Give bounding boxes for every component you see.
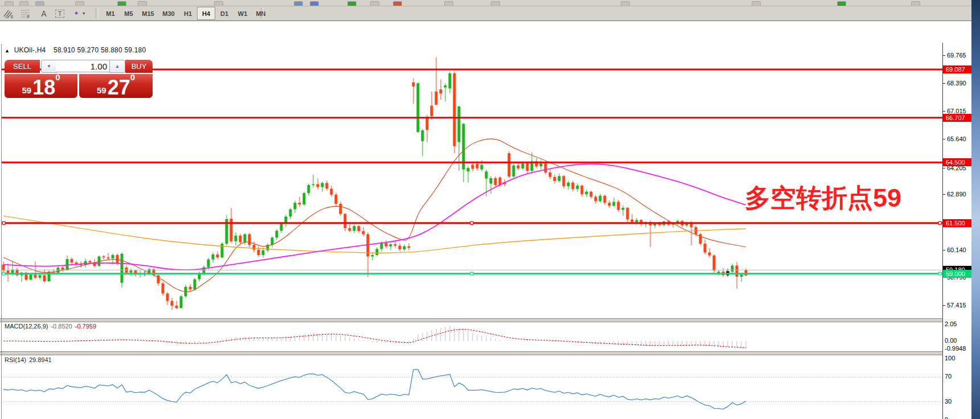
buy-price-small: 59 xyxy=(97,86,106,96)
toolbar-icon-fragment[interactable] xyxy=(621,1,630,6)
annotation-text[interactable]: 多空转折点59 xyxy=(745,181,901,215)
price-tick-label: 57.415 xyxy=(947,302,966,309)
draw-lines-tool-icon[interactable]: E xyxy=(2,7,18,20)
timeframe-button-d1[interactable]: D1 xyxy=(215,7,233,20)
toolbar: E F A T ✦ ▼ M1M5M15M30H1H4D1W1MN xyxy=(0,6,971,21)
price-tick-label: 60.140 xyxy=(947,247,966,253)
toolbar-icon-fragment[interactable] xyxy=(370,1,379,6)
timeframe-button-h4[interactable]: H4 xyxy=(197,7,215,20)
price-tick-label: 68.390 xyxy=(947,80,966,87)
text-tool-icon[interactable]: A xyxy=(36,7,51,20)
price-line-badge: 61.500 xyxy=(943,219,973,227)
sell-price-display[interactable]: 59 18 0 xyxy=(5,74,77,98)
price-line-badge: 59.000 xyxy=(943,270,973,278)
price-tick-label: 62.890 xyxy=(947,191,966,198)
buy-price-sup: 0 xyxy=(130,73,135,81)
chart-window: ▲ UKOil-,H4 58.910 59.270 58.880 59.180 … xyxy=(0,20,971,419)
volume-input[interactable] xyxy=(56,60,110,72)
desktop-wallpaper-edge xyxy=(971,0,980,419)
timeframe-button-m30[interactable]: M30 xyxy=(158,7,179,20)
rsi-scale-label: 0 xyxy=(945,416,948,419)
dropdown-arrow-icon: ▼ xyxy=(82,11,86,15)
macd-value: -0.8520 xyxy=(51,323,72,330)
arrows-tool-icon[interactable]: ✦ ▼ xyxy=(69,7,90,20)
toolbar-icon-fragment[interactable] xyxy=(214,1,223,6)
price-tick-label: 65.640 xyxy=(947,135,966,142)
price-tick-label: 69.765 xyxy=(947,52,966,59)
toolbar-icon-fragment[interactable] xyxy=(294,1,303,6)
price-axis[interactable]: 69.76568.39067.01565.64064.20562.89060.1… xyxy=(943,43,971,419)
toolbar-icon-fragment[interactable] xyxy=(5,1,14,6)
toolbar-icon-fragment[interactable] xyxy=(75,1,84,6)
top-icon-strip xyxy=(0,0,971,6)
toolbar-icon-fragment[interactable] xyxy=(117,1,126,6)
macd-label: MACD(12,26,9)-0.8520-0.7959 xyxy=(5,323,96,330)
rsi-scale-label: 100 xyxy=(945,355,955,362)
toolbar-icon-fragment[interactable] xyxy=(35,1,44,6)
toolbar-grip[interactable] xyxy=(96,8,99,18)
macd-scale-label: 2.05 xyxy=(945,321,957,327)
toolbar-icon-fragment[interactable] xyxy=(752,1,761,6)
buy-price-big: 27 xyxy=(108,79,130,96)
toolbar-icon-fragment[interactable] xyxy=(347,1,356,6)
buy-button[interactable]: BUY xyxy=(125,60,153,73)
timeframe-button-w1[interactable]: W1 xyxy=(233,7,252,20)
spinner-down-icon: ▼ xyxy=(47,64,51,69)
price-line-badge: 69.087 xyxy=(943,65,973,73)
rsi-scale-label: 30 xyxy=(945,398,952,405)
sell-price-small: 59 xyxy=(22,86,31,96)
macd-signal-value: -0.7959 xyxy=(75,323,96,330)
timeframe-button-m15[interactable]: M15 xyxy=(138,7,158,20)
spinner-up-icon: ▲ xyxy=(115,64,120,69)
toolbar-icon-fragment[interactable] xyxy=(911,1,920,6)
svg-text:F: F xyxy=(27,15,30,19)
toolbar-icon-fragment[interactable] xyxy=(138,1,147,6)
toolbar-grip[interactable] xyxy=(261,8,264,18)
toolbar-icon-fragment[interactable] xyxy=(491,1,500,6)
buy-price-display[interactable]: 59 27 0 xyxy=(79,74,153,98)
timeframe-button-h1[interactable]: H1 xyxy=(179,7,197,20)
timeframe-button-m1[interactable]: M1 xyxy=(101,7,120,20)
macd-scale-label: 0.00 xyxy=(945,337,957,344)
rsi-pane-canvas[interactable] xyxy=(0,355,943,419)
fibonacci-tool-icon[interactable]: F xyxy=(19,7,35,20)
toolbar-icon-fragment[interactable] xyxy=(310,1,319,6)
chart-left-border xyxy=(1,44,2,419)
rsi-scale-label: 70 xyxy=(945,373,952,380)
sell-price-big: 18 xyxy=(32,79,55,96)
volume-decrease-button[interactable]: ▼ xyxy=(41,60,57,73)
macd-scale-label: -0.9948 xyxy=(945,345,966,352)
label-tool-icon[interactable]: T xyxy=(52,7,67,20)
mt4-terminal: { "icons": {"collapse":"▲","spinner_down… xyxy=(0,0,980,419)
toolbar-icon-fragment[interactable] xyxy=(837,1,846,6)
sell-price-sup: 0 xyxy=(55,73,60,81)
rsi-value: 29.8941 xyxy=(29,356,52,363)
svg-text:E: E xyxy=(11,15,14,19)
toolbar-icon-fragment[interactable] xyxy=(19,1,28,6)
macd-pane-canvas[interactable] xyxy=(0,321,943,351)
sell-button[interactable]: SELL xyxy=(5,60,40,73)
rsi-label: RSI(14)29.8941 xyxy=(5,356,52,363)
volume-increase-button[interactable]: ▲ xyxy=(109,60,125,73)
price-line-badge: 66.707 xyxy=(943,114,973,122)
price-line-badge: 64.500 xyxy=(943,158,973,166)
timeframe-button-m5[interactable]: M5 xyxy=(120,7,138,20)
toolbar-icon-fragment[interactable] xyxy=(444,1,453,6)
toolbar-icon-fragment[interactable] xyxy=(393,1,402,6)
one-click-trade-panel: SELL ▼ ▲ BUY 59 18 0 59 27 0 xyxy=(5,60,153,96)
